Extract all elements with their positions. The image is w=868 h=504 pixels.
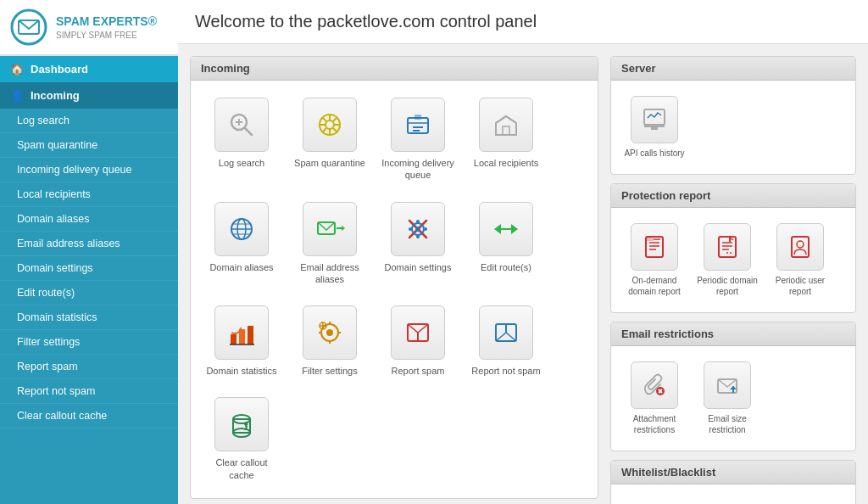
report-notspam-label: Report not spam bbox=[471, 365, 540, 377]
protection-panel: Protection report bbox=[610, 183, 856, 313]
sidebar-item-domain-aliases[interactable]: Domain aliases bbox=[0, 207, 178, 232]
logo-area: SPAM EXPERTS® SIMPLY SPAM FREE bbox=[0, 0, 178, 56]
sidebar-incoming[interactable]: 👤 Incoming bbox=[0, 82, 178, 109]
domain-stats-item[interactable]: Domain statistics bbox=[201, 299, 282, 384]
clear-cache-svg bbox=[226, 409, 257, 440]
sidebar-item-label: Spam quarantine bbox=[17, 139, 97, 151]
sidebar-item-edit-routes[interactable]: Edit route(s) bbox=[0, 281, 178, 305]
svg-line-3 bbox=[245, 128, 252, 135]
sidebar-item-filter-settings[interactable]: Filter settings bbox=[0, 330, 178, 355]
sidebar-item-email-address-aliases[interactable]: Email address aliases bbox=[0, 232, 178, 256]
filter-settings-svg bbox=[314, 317, 345, 348]
left-panel: Incoming bbox=[190, 56, 598, 504]
periodic-user-item[interactable]: Periodic user report bbox=[767, 218, 833, 302]
sidebar: SPAM EXPERTS® SIMPLY SPAM FREE 🏠 Dashboa… bbox=[0, 0, 178, 504]
domain-stats-label: Domain statistics bbox=[206, 365, 276, 377]
sidebar-item-label: Filter settings bbox=[17, 336, 80, 348]
edit-routes-svg bbox=[491, 214, 521, 244]
periodic-domain-icon-box bbox=[704, 223, 751, 271]
svg-point-35 bbox=[416, 235, 420, 238]
size-restriction-item[interactable]: Email size restriction bbox=[694, 356, 760, 440]
edit-routes-icon-box bbox=[479, 202, 533, 256]
filter-settings-label: Filter settings bbox=[302, 365, 357, 377]
attachment-svg bbox=[642, 372, 667, 398]
svg-rect-18 bbox=[415, 115, 421, 120]
report-spam-label: Report spam bbox=[392, 365, 445, 377]
sidebar-item-report-spam[interactable]: Report spam bbox=[0, 355, 178, 379]
periodic-domain-label: Periodic domain report bbox=[696, 275, 759, 297]
email-restrictions-icon-grid: Attachment restrictions bbox=[621, 356, 845, 440]
server-panel: Server API ca bbox=[610, 56, 856, 175]
server-icon-grid: API calls history bbox=[621, 91, 845, 164]
spam-quarantine-label: Spam quarantine bbox=[294, 157, 365, 169]
sidebar-item-label: Email address aliases bbox=[17, 238, 120, 249]
spam-quarantine-item[interactable]: Spam quarantine bbox=[289, 91, 370, 188]
sidebar-item-label: Report not spam bbox=[17, 385, 95, 397]
page-title: Welcome to the packetlove.com control pa… bbox=[178, 0, 868, 44]
periodic-domain-item[interactable]: Periodic domain report bbox=[694, 218, 760, 302]
local-recipients-svg bbox=[491, 109, 521, 140]
local-recipients-icon-box bbox=[479, 98, 533, 152]
sidebar-item-domain-statistics[interactable]: Domain statistics bbox=[0, 305, 178, 330]
sidebar-item-report-not-spam[interactable]: Report not spam bbox=[0, 379, 178, 404]
content-area: Incoming bbox=[178, 44, 868, 504]
sidebar-item-label: Log search bbox=[17, 115, 70, 126]
periodic-domain-svg bbox=[715, 234, 740, 260]
local-recipients-label: Local recipients bbox=[474, 157, 538, 169]
log-search-label: Log search bbox=[219, 157, 264, 169]
svg-rect-43 bbox=[248, 326, 253, 344]
protection-icon-grid: On-demand domain report bbox=[621, 218, 845, 302]
log-search-svg bbox=[226, 109, 257, 140]
incoming-icon: 👤 bbox=[10, 89, 24, 102]
attachment-restrictions-item[interactable]: Attachment restrictions bbox=[621, 356, 687, 440]
incoming-icon-grid: Log search bbox=[201, 91, 587, 488]
sidebar-item-log-search[interactable]: Log search bbox=[0, 109, 178, 133]
email-aliases-label: Email address aliases bbox=[292, 261, 367, 286]
server-panel-header: Server bbox=[611, 57, 855, 81]
svg-line-14 bbox=[333, 118, 337, 122]
sidebar-item-domain-settings[interactable]: Domain settings bbox=[0, 256, 178, 281]
domain-aliases-icon-box bbox=[214, 202, 269, 256]
email-aliases-item[interactable]: Email address aliases bbox=[289, 195, 370, 293]
sidebar-item-delivery-queue[interactable]: Incoming delivery queue bbox=[0, 158, 178, 182]
local-recipients-item[interactable]: Local recipients bbox=[465, 91, 547, 188]
protection-panel-body: On-demand domain report bbox=[611, 208, 855, 312]
svg-marker-29 bbox=[342, 226, 345, 231]
server-panel-body: API calls history bbox=[611, 81, 855, 174]
svg-line-13 bbox=[333, 128, 337, 132]
incoming-panel: Incoming bbox=[190, 56, 598, 499]
api-calls-icon-box bbox=[631, 96, 678, 143]
sidebar-item-local-recipients[interactable]: Local recipients bbox=[0, 182, 178, 207]
domain-aliases-item[interactable]: Domain aliases bbox=[201, 195, 282, 293]
edit-routes-item[interactable]: Edit route(s) bbox=[465, 195, 547, 293]
periodic-user-svg bbox=[787, 234, 813, 260]
report-spam-svg bbox=[403, 317, 433, 348]
report-notspam-icon-box bbox=[479, 305, 533, 360]
report-notspam-item[interactable]: Report not spam bbox=[465, 299, 547, 384]
sidebar-item-label: Local recipients bbox=[17, 188, 91, 200]
clear-cache-icon-box bbox=[214, 397, 269, 451]
ondemand-report-item[interactable]: On-demand domain report bbox=[621, 218, 687, 302]
clear-cache-item[interactable]: Clear callout cache bbox=[201, 390, 282, 488]
log-search-item[interactable]: Log search bbox=[201, 91, 282, 188]
right-panel: Server API ca bbox=[610, 56, 856, 504]
sidebar-item-label: Edit route(s) bbox=[17, 287, 75, 299]
domain-settings-item[interactable]: Domain settings bbox=[377, 195, 459, 293]
report-spam-item[interactable]: Report spam bbox=[377, 299, 459, 384]
periodic-user-label: Periodic user report bbox=[769, 275, 832, 297]
ondemand-report-icon-box bbox=[631, 223, 678, 271]
size-restriction-icon-box bbox=[704, 361, 751, 409]
filter-settings-item[interactable]: Filter settings bbox=[289, 299, 370, 384]
clear-cache-label: Clear callout cache bbox=[204, 456, 279, 481]
svg-marker-39 bbox=[511, 224, 518, 234]
svg-point-34 bbox=[416, 220, 420, 223]
sidebar-dashboard[interactable]: 🏠 Dashboard bbox=[0, 56, 178, 82]
sidebar-item-label: Incoming delivery queue bbox=[17, 164, 132, 176]
sidebar-item-clear-callout-cache[interactable]: Clear callout cache bbox=[0, 404, 178, 428]
api-calls-item[interactable]: API calls history bbox=[621, 91, 687, 164]
delivery-queue-item[interactable]: Incoming delivery queue bbox=[377, 91, 459, 188]
logo-text: SPAM EXPERTS® SIMPLY SPAM FREE bbox=[56, 14, 157, 40]
sidebar-item-label: Domain aliases bbox=[17, 213, 89, 225]
brand-name: SPAM EXPERTS® bbox=[56, 14, 157, 29]
sidebar-item-spam-quarantine[interactable]: Spam quarantine bbox=[0, 133, 178, 158]
